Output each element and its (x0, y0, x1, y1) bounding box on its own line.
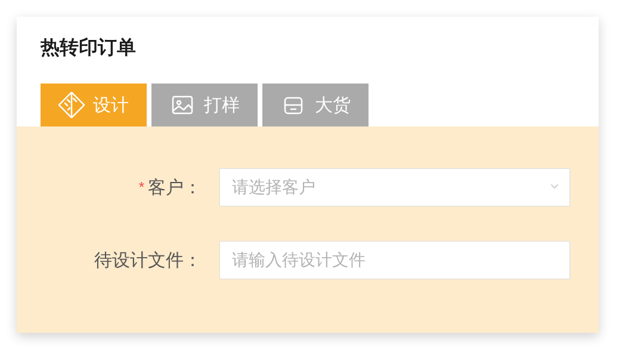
tab-label: 打样 (204, 93, 240, 118)
image-icon (169, 92, 196, 118)
tab-sample[interactable]: 打样 (151, 84, 258, 126)
svg-line-5 (73, 98, 76, 101)
svg-line-4 (68, 108, 70, 110)
required-mark: * (139, 179, 144, 195)
svg-line-3 (65, 103, 67, 106)
order-panel: 热转印订单 设计 (17, 17, 599, 333)
design-file-input[interactable] (232, 251, 558, 270)
tab-bulk[interactable]: 大货 (262, 84, 369, 126)
tab-panel-design: *客户： 请选择客户 待设计文件： (17, 126, 599, 333)
svg-line-2 (67, 100, 70, 102)
tab-bar: 设计 打样 大货 (17, 84, 599, 126)
design-file-input-wrap (219, 241, 570, 279)
chevron-down-icon (549, 181, 560, 194)
tab-label: 设计 (93, 93, 129, 118)
ruler-pencil-icon (58, 92, 85, 118)
design-file-label: 待设计文件： (41, 248, 219, 273)
form-row-design-file: 待设计文件： (41, 241, 575, 279)
customer-select[interactable]: 请选择客户 (219, 168, 570, 206)
svg-point-7 (177, 101, 181, 104)
page-title: 热转印订单 (17, 35, 599, 61)
package-icon (280, 92, 306, 118)
customer-select-placeholder: 请选择客户 (232, 176, 315, 199)
tab-label: 大货 (315, 93, 351, 118)
form-row-customer: *客户： 请选择客户 (41, 168, 575, 206)
tab-design[interactable]: 设计 (41, 84, 147, 126)
customer-label: *客户： (41, 175, 219, 200)
